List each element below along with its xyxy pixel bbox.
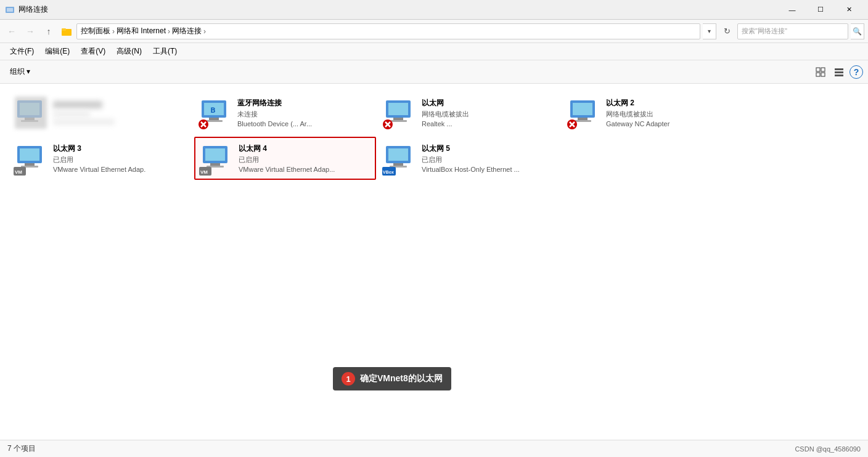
menu-tools[interactable]: 工具(T) <box>148 44 182 59</box>
svg-rect-24 <box>388 103 408 115</box>
toolbar-right: ? <box>813 64 863 80</box>
item-text: 以太网 5 已启用 VirtualBox Host-Only Ethernet … <box>422 144 555 173</box>
item-desc: Gateway NC Adapter <box>606 120 717 127</box>
search-button[interactable]: 🔍 <box>851 23 864 39</box>
view-list-button[interactable] <box>831 64 847 80</box>
error-badge <box>382 119 393 130</box>
item-status: 已启用 <box>422 155 555 164</box>
item-desc <box>53 119 115 125</box>
item-icon-wrap: VBox <box>383 142 416 174</box>
list-item[interactable]: 以太网 网络电缆被拔出 Realtek ... <box>379 91 560 134</box>
item-text: 以太网 4 已启用 VMware Virtual Ethernet Adap..… <box>239 144 370 173</box>
breadcrumb-control-panel[interactable]: 控制面板 <box>81 26 110 36</box>
vbox-badge: VBox <box>382 167 396 176</box>
blur-overlay <box>15 97 47 129</box>
item-name <box>53 101 102 108</box>
item-status <box>53 111 90 117</box>
up-button[interactable]: ↑ <box>41 23 57 39</box>
svg-text:ʙ: ʙ <box>210 105 215 115</box>
list-item[interactable]: VM 以太网 4 已启用 VMware Virtual Ethernet Ada… <box>194 137 376 180</box>
menu-file[interactable]: 文件(F) <box>5 44 39 59</box>
item-icon-wrap: VM <box>200 142 232 174</box>
status-count: 7 个项目 <box>7 443 36 454</box>
item-name: 以太网 5 <box>422 144 555 154</box>
svg-rect-50 <box>388 148 408 161</box>
svg-text:VBox: VBox <box>383 170 394 174</box>
svg-rect-32 <box>578 118 588 120</box>
item-text: 以太网 网络电缆被拔出 Realtek ... <box>422 98 555 127</box>
item-status: 网络电缆被拔出 <box>422 110 555 119</box>
item-status: 已启用 <box>53 155 187 164</box>
organize-button[interactable]: 组织 ▾ <box>5 64 35 79</box>
item-icon-wrap: ʙ <box>199 97 231 129</box>
svg-rect-10 <box>835 75 843 76</box>
item-icon-wrap: VM <box>15 142 47 174</box>
search-placeholder: 搜索"网络连接" <box>742 26 787 36</box>
item-status: 已启用 <box>239 155 370 164</box>
search-box[interactable]: 搜索"网络连接" <box>737 23 848 39</box>
svg-rect-6 <box>816 73 820 76</box>
toolbar: 组织 ▾ ? <box>0 60 868 84</box>
item-desc: VMware Virtual Ethernet Adap. <box>53 166 164 173</box>
title-bar: 网络连接 — ☐ ✕ <box>0 0 868 20</box>
item-desc: VMware Virtual Ethernet Adap... <box>239 166 350 173</box>
menu-bar: 文件(F) 编辑(E) 查看(V) 高级(N) 工具(T) <box>0 43 868 60</box>
annotation-number: 1 <box>342 372 355 386</box>
organize-label: 组织 ▾ <box>10 67 30 77</box>
vmware-badge-4: VM <box>199 167 211 176</box>
list-item[interactable] <box>10 91 192 134</box>
svg-rect-44 <box>205 148 225 161</box>
forward-button[interactable]: → <box>22 23 38 39</box>
item-status: 网络电缆被拔出 <box>606 110 740 119</box>
watermark: CSDN @qq_4586090 <box>795 445 861 453</box>
breadcrumb[interactable]: 控制面板 › 网络和 Internet › 网络连接 › <box>76 23 700 39</box>
menu-advanced[interactable]: 高级(N) <box>112 44 147 59</box>
list-item[interactable]: VM 以太网 3 已启用 VMware Virtual Ethernet Ada… <box>10 137 192 180</box>
svg-rect-3 <box>62 28 66 31</box>
item-name: 蓝牙网络连接 <box>237 98 371 108</box>
breadcrumb-network-connections[interactable]: 网络连接 <box>172 26 202 36</box>
address-dropdown[interactable]: ▾ <box>703 23 716 39</box>
maximize-button[interactable]: ☐ <box>806 0 835 20</box>
svg-text:VM: VM <box>200 169 208 175</box>
menu-view[interactable]: 查看(V) <box>76 44 110 59</box>
item-desc: VirtualBox Host-Only Ethernet ... <box>422 166 533 173</box>
error-badge <box>198 119 209 130</box>
svg-rect-7 <box>821 73 825 76</box>
address-bar: ← → ↑ 控制面板 › 网络和 Internet › 网络连接 › ▾ ↻ 搜… <box>0 20 868 43</box>
item-text: 以太网 3 已启用 VMware Virtual Ethernet Adap. <box>53 144 187 173</box>
item-status: 未连接 <box>237 110 371 119</box>
item-text <box>53 101 187 125</box>
menu-edit[interactable]: 编辑(E) <box>40 44 75 59</box>
item-name: 以太网 2 <box>606 98 740 108</box>
status-bar: 7 个项目 CSDN @qq_4586090 <box>0 440 868 457</box>
annotation-bubble: 1 确定VMnet8的以太网 <box>333 367 451 390</box>
location-icon <box>60 25 73 38</box>
list-item[interactable]: ʙ 蓝牙网络连接 未连接 Bluetooth Device (... Ar... <box>194 91 376 134</box>
svg-rect-5 <box>821 68 825 71</box>
back-button[interactable]: ← <box>4 23 20 39</box>
svg-text:VM: VM <box>15 169 22 175</box>
close-button[interactable]: ✕ <box>835 0 863 20</box>
refresh-button[interactable]: ↻ <box>719 23 735 39</box>
svg-rect-31 <box>573 103 592 115</box>
svg-rect-8 <box>835 68 843 70</box>
list-item[interactable]: VBox 以太网 5 已启用 VirtualBox Host-Only Ethe… <box>379 137 560 180</box>
svg-rect-9 <box>835 71 843 73</box>
item-name: 以太网 3 <box>53 144 187 154</box>
minimize-button[interactable]: — <box>778 0 806 20</box>
svg-rect-39 <box>25 163 35 166</box>
list-item[interactable]: 以太网 2 网络电缆被拔出 Gateway NC Adapter <box>563 91 745 134</box>
item-text: 以太网 2 网络电缆被拔出 Gateway NC Adapter <box>606 98 740 127</box>
svg-rect-51 <box>393 163 403 166</box>
annotation-text: 确定VMnet8的以太网 <box>360 373 443 384</box>
main-content: ʙ 蓝牙网络连接 未连接 Bluetooth Device (... Ar... <box>0 84 868 440</box>
item-desc: Bluetooth Device (... Ar... <box>237 120 348 127</box>
breadcrumb-network-internet[interactable]: 网络和 Internet <box>117 26 166 36</box>
view-grid-button[interactable] <box>813 64 829 80</box>
window-icon <box>5 5 15 15</box>
item-icon-wrap <box>383 97 416 129</box>
list-icon <box>834 67 844 77</box>
help-button[interactable]: ? <box>850 65 863 79</box>
window-controls: — ☐ ✕ <box>778 0 863 20</box>
